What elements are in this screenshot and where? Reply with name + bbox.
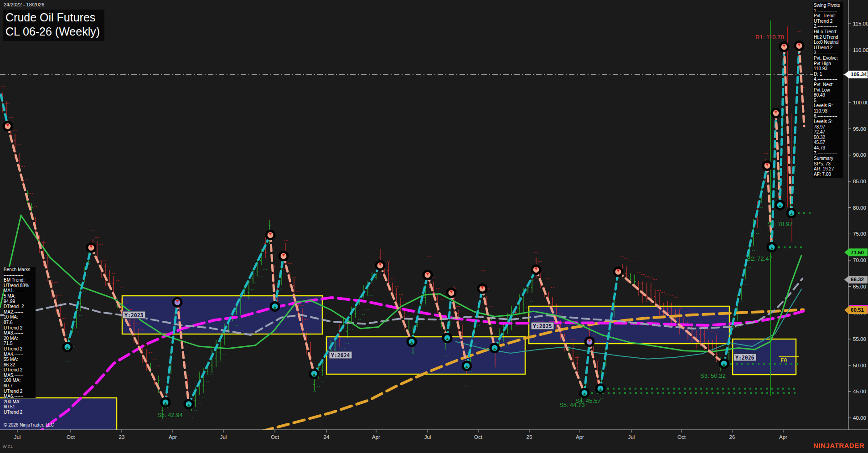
panel-line: Pvt. Trend: bbox=[814, 13, 842, 19]
year-label: Y:2024 bbox=[331, 352, 350, 359]
panel-line: 200 MA: bbox=[4, 399, 36, 405]
panel-line: MA4.------ bbox=[4, 352, 36, 357]
panel-line: UTrend 2 bbox=[4, 325, 36, 331]
price-tick-label: 80.00 bbox=[853, 205, 866, 211]
time-tick-label: Oct bbox=[677, 434, 686, 440]
panel-line: ------------- bbox=[4, 273, 36, 278]
panel-line: 1.------------- bbox=[814, 8, 842, 14]
price-tick-label: 90.00 bbox=[853, 152, 866, 158]
panel-line: 44.73 bbox=[814, 145, 842, 151]
price-tick-label: 40.00 bbox=[853, 415, 866, 421]
panel-line: 80.49 bbox=[814, 93, 842, 98]
panel-line: UTrend 2 bbox=[814, 19, 842, 24]
panel-line: MA3.------ bbox=[4, 330, 36, 336]
pivot-level-label: R1: 110.70 bbox=[755, 34, 784, 41]
contract-subtitle: CL 06-26 (Weekly) bbox=[5, 25, 100, 39]
panel-line: Pvt. Next: bbox=[814, 82, 842, 88]
time-tick-label: Apr bbox=[372, 434, 380, 440]
panel-line: 5.------------- bbox=[814, 98, 842, 103]
panel-line: 10 MA: bbox=[4, 314, 36, 320]
chart-title-block: Crude Oil Futures CL 06-26 (Weekly) bbox=[3, 10, 104, 41]
plot-area[interactable]: S5: 42.94S5: 44.73S4: 45.57S3: 50.32S2: … bbox=[0, 0, 868, 453]
price-chip-label: 66.32 bbox=[851, 277, 864, 282]
panel-line: 110.93 bbox=[814, 66, 842, 72]
time-tick-label: 26 bbox=[729, 434, 735, 440]
panel-line: 72.47 bbox=[814, 129, 842, 135]
panel-line: UTrend 2 bbox=[4, 346, 36, 352]
ninjatrader-chart-window: S5: 42.94S5: 44.73S4: 45.57S3: 50.32S2: … bbox=[0, 0, 868, 453]
panel-line: 110.93 bbox=[814, 108, 842, 114]
instrument-tag: W CL bbox=[3, 444, 13, 449]
panel-line: MA1.------ bbox=[4, 288, 36, 293]
time-tick-label: Oct bbox=[474, 434, 483, 440]
panel-line: MA5.------ bbox=[4, 373, 36, 378]
bench-marks-panel: Bench Marks-------------BM Trend:UTrend … bbox=[4, 267, 36, 415]
panel-line: 78.97 bbox=[814, 124, 842, 130]
panel-line: D: 1 bbox=[814, 72, 842, 77]
price-tick-label: 55.00 bbox=[853, 336, 866, 342]
panel-line: 66.32 bbox=[4, 362, 36, 368]
time-tick-label: Jul bbox=[14, 434, 21, 440]
panel-line: 6.------------- bbox=[814, 113, 842, 119]
copyright-label: © 2026 NinjaTrader, LLC bbox=[4, 422, 54, 427]
panel-line: BM Trend: bbox=[4, 278, 36, 283]
time-tick-label: Jul bbox=[220, 434, 227, 440]
panel-line: 100 MA: bbox=[4, 378, 36, 383]
price-tick-label: 50.00 bbox=[853, 363, 866, 368]
time-tick-label: Apr bbox=[169, 434, 177, 440]
panel-line: Bench Marks bbox=[4, 267, 36, 273]
panel-line: Hi:2 UTrend bbox=[814, 35, 842, 40]
panel-line: 4.------------- bbox=[814, 77, 842, 82]
panel-line: Summary bbox=[814, 156, 842, 161]
pivot-level-label: S3: 50.32 bbox=[700, 372, 726, 379]
pivot-level-label: S1: 78.97 bbox=[767, 221, 793, 227]
panel-line: Pvt Low bbox=[814, 88, 842, 93]
price-tick-label: 75.00 bbox=[853, 231, 866, 237]
panel-line: 87.6 bbox=[4, 320, 36, 325]
panel-line: 94.99 bbox=[4, 299, 36, 304]
price-tick-label: 95.00 bbox=[853, 126, 866, 132]
panel-line: UTrend 2 bbox=[4, 410, 36, 415]
date-range-label: 24/2022 - 18/2026 bbox=[4, 2, 44, 7]
time-tick-label: Apr bbox=[576, 434, 584, 440]
panel-line: Levels S: bbox=[814, 119, 842, 124]
panel-line: UTrend 2 bbox=[4, 367, 36, 373]
price-tick-label: 45.00 bbox=[853, 389, 866, 394]
panel-line: 60.7 bbox=[4, 383, 36, 389]
time-tick-label: Jul bbox=[628, 434, 635, 440]
panel-line: 50.32 bbox=[814, 135, 842, 140]
pivot-level-label: S5: 42.94 bbox=[157, 412, 183, 418]
swing-pivots-panel: Swing Pivots1.-------------Pvt. Trend:UT… bbox=[813, 2, 843, 178]
panel-line: 45.57 bbox=[814, 140, 842, 145]
price-tick-label: 70.00 bbox=[853, 257, 866, 263]
year-label: Y:2026 bbox=[735, 355, 754, 361]
pivot-level-label: S4: 45.57 bbox=[575, 397, 601, 404]
price-tick-label: 110.00 bbox=[853, 47, 868, 53]
price-chip-label: 105.34 bbox=[851, 72, 867, 77]
panel-line: 55 MA: bbox=[4, 357, 36, 362]
time-tick-label: Apr bbox=[779, 434, 787, 440]
time-tick-label: Oct bbox=[67, 434, 75, 440]
panel-line: Lo:0 Neutral bbox=[814, 40, 842, 45]
year-label: Y:2025 bbox=[533, 323, 552, 329]
panel-line: HiLo Trend: bbox=[814, 29, 842, 35]
price-chip-label: 71.50 bbox=[851, 250, 864, 255]
panel-line: Swing Pivots bbox=[814, 3, 842, 8]
panel-line: SP's: 73 bbox=[814, 161, 842, 167]
panel-line: MA2.------ bbox=[4, 309, 36, 315]
price-tick-label: 85.00 bbox=[853, 179, 866, 184]
time-axis[interactable]: JulOct23AprJulOct24AprJulOct25AprJulOct2… bbox=[0, 430, 868, 440]
time-tick-label: Oct bbox=[271, 434, 279, 440]
price-tick-label: 115.00 bbox=[853, 21, 868, 26]
panel-line: AF: 7.00 bbox=[814, 172, 842, 177]
price-tick-label: 65.00 bbox=[853, 284, 866, 289]
panel-line: DTrend -2 bbox=[4, 304, 36, 309]
panel-line: UTrend 2 bbox=[814, 45, 842, 51]
panel-line: Levels R: bbox=[814, 103, 842, 108]
chart-canvas[interactable]: S5: 42.94S5: 44.73S4: 45.57S3: 50.32S2: … bbox=[0, 0, 868, 453]
panel-line: AR: 19.27 bbox=[814, 166, 842, 172]
panel-line: MA6.------ bbox=[4, 394, 36, 399]
ninjatrader-logo: NINJATRADER bbox=[813, 442, 864, 449]
panel-line: 2.------------- bbox=[814, 24, 842, 29]
time-tick-label: Jul bbox=[424, 434, 431, 440]
